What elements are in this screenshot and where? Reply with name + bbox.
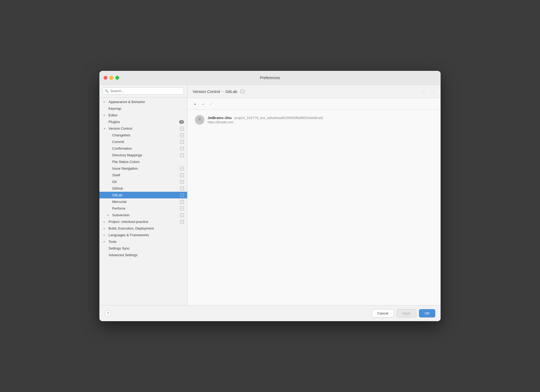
chevron-icon: ▸ [104, 234, 107, 236]
collapse-icon [180, 147, 184, 150]
sidebar-item-settings-sync[interactable]: Settings Sync [99, 245, 187, 252]
collapse-icon [180, 187, 184, 190]
breadcrumb-separator: › [222, 89, 223, 93]
sidebar-item-label: Confirmation [112, 146, 179, 150]
sidebar-item-label: Project: checkout-practice [108, 220, 179, 224]
sidebar-item-file-status-colors[interactable]: File Status Colors [99, 158, 187, 165]
maximize-button[interactable] [115, 76, 119, 80]
collapse-icon [180, 140, 184, 144]
chevron-icon: ▸ [107, 214, 111, 217]
sidebar-item-tools[interactable]: ▸Tools [99, 238, 187, 245]
sidebar-item-label: GitHub [112, 186, 179, 190]
sidebar-item-label: Version Control [108, 126, 179, 130]
sidebar-item-shelf[interactable]: Shelf [99, 172, 187, 178]
search-wrapper: 🔍 [103, 87, 184, 95]
collapse-icon [180, 133, 184, 137]
account-main-row: JetBrains-Jihu project_192778_bot_ad0a6e… [208, 116, 324, 120]
verify-account-button: ✓ [208, 100, 215, 107]
collapse-icon [180, 193, 184, 197]
sidebar-item-label: Build, Execution, Deployment [108, 226, 184, 230]
right-panel: Version Control › GitLab ← → + − ✓ [187, 85, 441, 305]
collapse-icon [240, 89, 245, 93]
sidebar-item-editor[interactable]: ▸Editor [99, 112, 187, 119]
sidebar-item-mercurial[interactable]: Mercurial [99, 198, 187, 205]
svg-point-0 [198, 117, 201, 120]
sidebar: 🔍 ▸Appearance & BehaviorKeymap▸EditorPlu… [99, 85, 187, 305]
sidebar-item-gitlab[interactable]: GitLab [99, 192, 187, 198]
search-bar: 🔍 [99, 85, 187, 97]
sidebar-item-changelists[interactable]: Changelists [99, 132, 187, 138]
sidebar-item-git[interactable]: Git [99, 178, 187, 185]
sidebar-item-label: Languages & Frameworks [108, 233, 184, 237]
main-content: 🔍 ▸Appearance & BehaviorKeymap▸EditorPlu… [99, 85, 441, 305]
sidebar-item-label: Appearance & Behavior [108, 100, 184, 104]
cancel-button[interactable]: Cancel [372, 309, 394, 317]
collapse-icon [180, 207, 184, 210]
sidebar-list: ▸Appearance & BehaviorKeymap▸EditorPlugi… [99, 97, 187, 305]
chevron-icon: ▾ [104, 127, 107, 130]
sidebar-item-version-control[interactable]: ▾Version Control [99, 125, 187, 132]
sidebar-item-commit[interactable]: Commit [99, 138, 187, 145]
breadcrumb-parent[interactable]: Version Control [193, 89, 220, 94]
sidebar-item-label: Commit [112, 140, 179, 144]
sidebar-item-label: Directory Mappings [112, 153, 179, 157]
dialog-footer: ? Cancel Apply OK [99, 305, 441, 321]
account-name: JetBrains-Jihu [208, 116, 232, 120]
sidebar-item-project-checkout[interactable]: ▸Project: checkout-practice [99, 218, 187, 225]
sidebar-item-label: Editor [108, 113, 184, 117]
add-account-button[interactable]: + [192, 100, 199, 107]
sidebar-item-label: Perforce [112, 206, 179, 210]
forward-arrow[interactable]: → [429, 88, 435, 94]
sidebar-item-advanced-settings[interactable]: Advanced Settings [99, 252, 187, 258]
sidebar-item-label: Settings Sync [108, 246, 184, 250]
sidebar-item-label: Advanced Settings [108, 253, 184, 257]
back-arrow[interactable]: ← [420, 88, 427, 94]
collapse-icon [180, 127, 184, 130]
panel-header: Version Control › GitLab ← → [187, 85, 441, 98]
account-item[interactable]: JetBrains-Jihu project_192778_bot_ad0a6e… [192, 113, 436, 127]
collapse-icon [180, 213, 184, 217]
panel-toolbar: + − ✓ [187, 98, 441, 110]
window-title: Preferences [260, 76, 280, 80]
sidebar-item-label: GitLab [112, 193, 179, 197]
sidebar-item-issue-navigation[interactable]: Issue Navigation [99, 165, 187, 172]
sidebar-item-label: Subversion [112, 213, 179, 217]
chevron-icon: ▸ [104, 220, 107, 223]
chevron-icon: ▸ [104, 240, 107, 243]
collapse-icon [180, 200, 184, 204]
sidebar-item-perforce[interactable]: Perforce [99, 205, 187, 212]
ok-button[interactable]: OK [419, 309, 435, 317]
sidebar-item-appearance[interactable]: ▸Appearance & Behavior [99, 99, 187, 105]
badge: 2 [179, 120, 184, 124]
sidebar-item-label: Plugins [108, 120, 178, 124]
apply-button: Apply [397, 309, 417, 317]
nav-arrows: ← → [420, 88, 435, 94]
sidebar-item-confirmation[interactable]: Confirmation [99, 145, 187, 152]
chevron-icon: ▸ [104, 227, 107, 230]
collapse-icon [180, 167, 184, 170]
sidebar-item-keymap[interactable]: Keymap [99, 105, 187, 112]
sidebar-item-label: Issue Navigation [112, 166, 179, 170]
sidebar-item-directory-mappings[interactable]: Directory Mappings [99, 152, 187, 158]
account-url: https://jihulab.com [208, 120, 324, 124]
sidebar-item-label: Mercurial [112, 200, 179, 204]
sidebar-item-label: File Status Colors [112, 160, 184, 164]
sidebar-item-plugins[interactable]: Plugins2 [99, 119, 187, 125]
search-icon: 🔍 [105, 89, 109, 93]
chevron-icon: ▸ [104, 100, 107, 103]
minimize-button[interactable] [110, 76, 113, 80]
sidebar-item-label: Tools [108, 240, 184, 244]
close-button[interactable] [104, 76, 107, 80]
sidebar-item-build-execution[interactable]: ▸Build, Execution, Deployment [99, 225, 187, 232]
preferences-dialog: Preferences 🔍 ▸Appearance & BehaviorKeym… [99, 71, 441, 321]
sidebar-item-languages[interactable]: ▸Languages & Frameworks [99, 232, 187, 238]
search-input[interactable] [103, 87, 184, 95]
sidebar-item-subversion[interactable]: ▸Subversion [99, 212, 187, 218]
remove-account-button[interactable]: − [200, 100, 207, 107]
collapse-icon [180, 153, 184, 157]
help-button[interactable]: ? [105, 310, 111, 317]
sidebar-item-github[interactable]: GitHub [99, 185, 187, 192]
chevron-icon: ▸ [104, 114, 107, 117]
sidebar-item-label: Changelists [112, 133, 179, 137]
title-bar: Preferences [99, 71, 441, 85]
